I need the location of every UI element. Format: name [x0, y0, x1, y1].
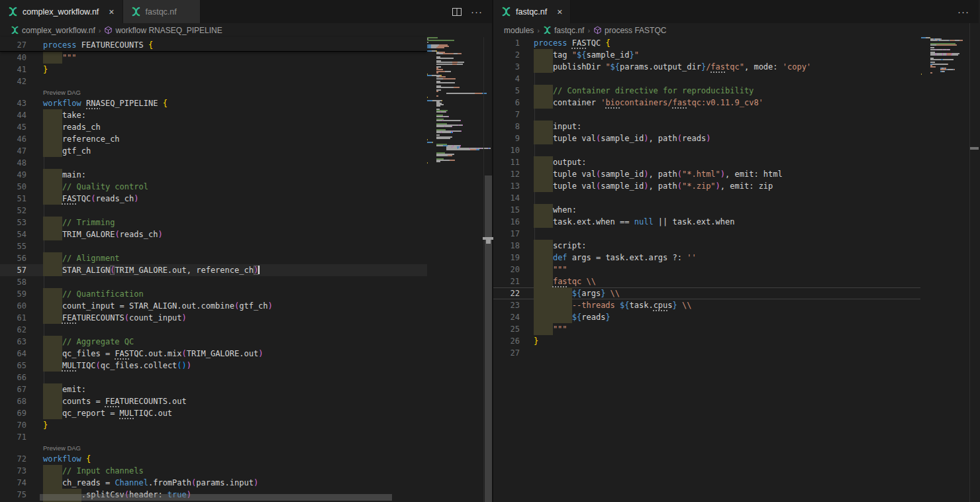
code-line-44[interactable]: 44 take: [0, 109, 427, 121]
code-line-22[interactable]: 22 ${args} \\ [493, 287, 920, 299]
tab-fastqc-right[interactable]: fastqc.nf × [493, 0, 571, 23]
line-number: 12 [493, 168, 520, 180]
code-line-68[interactable]: 68 counts = FEATURECOUNTS.out [0, 395, 427, 407]
code-line-54[interactable]: 54 TRIM_GALORE(reads_ch) [0, 228, 427, 240]
code-line-23[interactable]: 23 --threads ${task.cpus} \\ [493, 299, 920, 311]
code-line-16[interactable]: 16 task.ext.when == null || task.ext.whe… [493, 216, 920, 228]
code-line-20[interactable]: 20 """ [493, 264, 920, 276]
breadcrumb-file[interactable]: complex_workflow.nf [11, 26, 95, 35]
code-line-71[interactable]: 71 [0, 431, 427, 443]
code-line-41[interactable]: 41} [0, 64, 427, 75]
code-line-27[interactable]: 27 [493, 347, 920, 359]
breadcrumb-file[interactable]: fastqc.nf [543, 26, 584, 35]
line-number: 8 [493, 121, 520, 132]
code-line-18[interactable]: 18 script: [493, 240, 920, 252]
code-line-52[interactable]: 52 [0, 205, 427, 217]
scrollbar-thumb[interactable] [485, 176, 493, 502]
minimap-line [436, 78, 456, 79]
code-line-26[interactable]: 26} [493, 335, 920, 347]
code-line-56[interactable]: 56 // Alignment [0, 252, 427, 264]
code-line-4[interactable]: 4 [493, 73, 920, 85]
indent-guide [534, 228, 535, 240]
code-line-74[interactable]: 74 ch_reads = Channel.fromPath(params.in… [0, 477, 427, 489]
code-line-66[interactable]: 66 [0, 372, 427, 383]
code-line-53[interactable]: 53 // Trimming [0, 217, 427, 228]
code-line-58[interactable]: 58 [0, 276, 427, 288]
code-line-15[interactable]: 15 when: [493, 204, 920, 216]
code-line-21[interactable]: 21 fastqc \\ [493, 276, 920, 287]
code-line-9[interactable]: 9 tuple val(sample_id), path(reads) [493, 132, 920, 144]
code-line-73[interactable]: 73 // Input channels [0, 465, 427, 477]
code-line-72[interactable]: 72workflow { [0, 453, 427, 465]
code-line-67[interactable]: 67 emit: [0, 383, 427, 395]
minimap-line [427, 47, 444, 48]
code-line-14[interactable]: 14 [493, 192, 920, 204]
codelens-preview-dag[interactable]: Preview DAG [0, 443, 427, 453]
more-actions-icon[interactable]: ··· [471, 6, 483, 17]
breadcrumb-folder[interactable]: modules [504, 26, 534, 35]
code-line-17[interactable]: 17 [493, 228, 920, 240]
code-line-43[interactable]: 43workflow RNASEQ_PIPELINE { [0, 97, 427, 109]
code-line-49[interactable]: 49 main: [0, 169, 427, 181]
code-line-19[interactable]: 19 def args = task.ext.args ?: '' [493, 252, 920, 264]
code-line-3[interactable]: 3 publishDir "${params.output_dir}/fastq… [493, 61, 920, 73]
code-line-1[interactable]: 1process FASTQC { [493, 37, 920, 49]
horizontal-scrollbar-left[interactable] [40, 494, 392, 501]
close-icon[interactable]: × [109, 7, 114, 17]
code-line-48[interactable]: 48 [0, 157, 427, 169]
code-line-13[interactable]: 13 tuple val(sample_id), path("*.zip"), … [493, 180, 920, 192]
code-line-2[interactable]: 2 tag "${sample_id}" [493, 49, 920, 61]
code-line-60[interactable]: 60 count_input = STAR_ALIGN.out.combine(… [0, 300, 427, 312]
code-line-11[interactable]: 11 output: [493, 156, 920, 168]
minimap-left[interactable] [427, 37, 483, 502]
sticky-scroll-line[interactable]: 27process FEATURECOUNTS { [0, 37, 427, 52]
code-editor-right[interactable]: 1process FASTQC {2 tag "${sample_id}"3 p… [493, 37, 979, 502]
code-line-59[interactable]: 59 // Quantification [0, 288, 427, 300]
tab-fastqc-left[interactable]: fastqc.nf × [123, 0, 201, 23]
line-number: 45 [0, 121, 26, 133]
line-number: 58 [0, 276, 26, 288]
code-line-70[interactable]: 70} [0, 419, 427, 431]
split-editor-icon[interactable] [452, 8, 462, 16]
code-line-62[interactable]: 62 [0, 324, 427, 336]
code-text: STAR_ALIGN(TRIM_GALORE.out, reference_ch… [43, 264, 260, 276]
tab-complex-workflow[interactable]: complex_workflow.nf × [0, 0, 123, 23]
code-line-51[interactable]: 51 FASTQC(reads_ch) [0, 193, 427, 205]
code-line-61[interactable]: 61 FEATURECOUNTS(count_input) [0, 312, 427, 324]
code-line-12[interactable]: 12 tuple val(sample_id), path("*.html"),… [493, 168, 920, 180]
code-line-24[interactable]: 24 ${reads} [493, 311, 920, 323]
code-line-8[interactable]: 8 input: [493, 121, 920, 132]
code-line-46[interactable]: 46 reference_ch [0, 133, 427, 145]
code-editor-left[interactable]: 27process FEATURECOUNTS { 40 """41}42Pre… [0, 37, 492, 502]
minimap-line [427, 100, 442, 101]
vertical-scrollbar-left[interactable] [483, 37, 493, 502]
more-actions-icon[interactable]: ··· [957, 6, 969, 17]
breadcrumb-symbol[interactable]: workflow RNASEQ_PIPELINE [104, 26, 222, 35]
code-line-69[interactable]: 69 qc_report = MULTIQC.out [0, 407, 427, 419]
code-line-40[interactable]: 40 """ [0, 52, 427, 64]
code-text: publishDir "${params.output_dir}/fastqc"… [534, 61, 811, 73]
breadcrumb-symbol[interactable]: process FASTQC [593, 26, 666, 35]
code-line-55[interactable]: 55 [0, 240, 427, 252]
code-line-45[interactable]: 45 reads_ch [0, 121, 427, 133]
code-text: FEATURECOUNTS(count_input) [43, 312, 187, 324]
code-line-57[interactable]: 57 STAR_ALIGN(TRIM_GALORE.out, reference… [0, 264, 427, 276]
code-line-65[interactable]: 65 MULTIQC(qc_files.collect()) [0, 360, 427, 372]
close-icon[interactable]: × [557, 7, 562, 17]
line-number: 48 [0, 157, 26, 169]
code-text: count_input = STAR_ALIGN.out.combine(gtf… [43, 300, 273, 312]
code-line-10[interactable]: 10 [493, 144, 920, 156]
code-line-50[interactable]: 50 // Quality control [0, 181, 427, 193]
code-line-63[interactable]: 63 // Aggregate QC [0, 336, 427, 348]
code-line-25[interactable]: 25 """ [493, 323, 920, 335]
code-line-6[interactable]: 6 container 'biocontainers/fastqc:v0.11.… [493, 97, 920, 109]
code-line-7[interactable]: 7 [493, 109, 920, 121]
code-line-42[interactable]: 42 [0, 75, 427, 87]
code-line-64[interactable]: 64 qc_files = FASTQC.out.mix(TRIM_GALORE… [0, 348, 427, 360]
code-line-5[interactable]: 5 // Container directive for reproducibi… [493, 85, 920, 97]
minimap-right[interactable] [921, 37, 969, 502]
code-text: } [43, 64, 48, 75]
code-line-47[interactable]: 47 gtf_ch [0, 145, 427, 157]
minimap-line [930, 64, 948, 65]
codelens-preview-dag[interactable]: Preview DAG [0, 87, 427, 97]
